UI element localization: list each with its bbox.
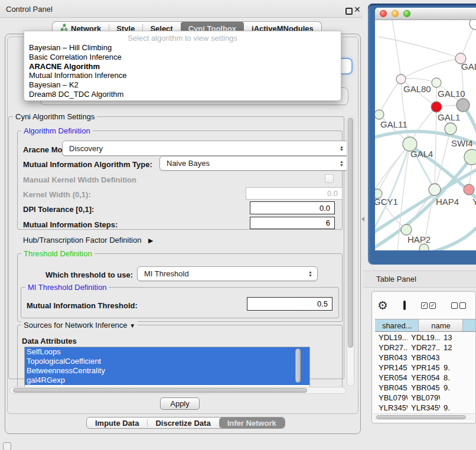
network-node-hap4[interactable]	[429, 184, 441, 195]
data-attribute-item[interactable]: SelfLoops	[25, 347, 309, 357]
which-threshold-combo[interactable]: MI Threshold ▲▼	[137, 266, 318, 281]
network-node-gal10[interactable]	[432, 78, 441, 87]
table-row[interactable]: YDR27...YDR27...12	[375, 343, 475, 353]
columns-icon[interactable]	[403, 301, 406, 310]
network-node-gal80[interactable]	[396, 74, 406, 84]
minimize-traffic-light-icon[interactable]	[392, 10, 399, 17]
table-cell[interactable]: YBR045C	[375, 383, 407, 393]
table-cell[interactable]: YDL19...	[375, 332, 407, 343]
network-edge[interactable]	[379, 79, 401, 115]
table-row[interactable]: YPR145WYPR145W9.	[375, 363, 475, 373]
table-row[interactable]: YBL079WYBL079W	[375, 393, 475, 403]
network-canvas[interactable]: GALGAL80GAL10GAL1GAL11SWI4GAL4GCY1HAP4YH…	[375, 20, 476, 250]
mi-steps-field[interactable]	[250, 217, 335, 229]
table-horizontal-scrollbar[interactable]	[373, 413, 474, 420]
network-edge[interactable]	[375, 144, 410, 194]
close-traffic-light-icon[interactable]	[380, 10, 387, 17]
table-cell[interactable]: YBL079W	[375, 393, 407, 403]
select-all-checkboxes-icon[interactable]: ✓✓	[421, 302, 436, 309]
dropdown-item[interactable]: Bayesian – K2	[24, 80, 341, 90]
sources-toggle[interactable]: Sources for Network Inference ▼	[21, 321, 138, 330]
settings-vertical-thumb[interactable]	[348, 118, 353, 348]
table-cell[interactable]: 9.	[440, 363, 475, 373]
table-row[interactable]: YLR345WYLR345W9.	[375, 403, 475, 413]
network-edge[interactable]	[435, 129, 451, 190]
mi-threshold-field[interactable]	[247, 297, 332, 311]
table-cell[interactable]: 13	[440, 332, 475, 343]
deselect-all-checkboxes-icon[interactable]	[451, 302, 466, 309]
hub-definition-toggle[interactable]: Hub/Transcription Factor Definition ▶	[23, 236, 153, 244]
network-edge[interactable]	[435, 107, 436, 190]
apply-button[interactable]: Apply	[160, 397, 200, 410]
network-node-gray[interactable]	[457, 99, 470, 112]
settings-vertical-scrollbar[interactable]	[347, 116, 354, 386]
dropdown-item[interactable]: Bayesian – Hill Climbing	[24, 43, 341, 53]
gear-icon[interactable]: ⚙	[377, 298, 388, 312]
network-edge[interactable]	[401, 79, 436, 83]
network-node-hap2[interactable]	[401, 224, 412, 235]
attributes-list-scrollbar[interactable]	[295, 348, 301, 383]
close-icon[interactable]: ✕	[354, 5, 361, 14]
dpi-tolerance-field[interactable]	[250, 201, 335, 214]
network-node-top[interactable]	[470, 20, 476, 30]
network-edge[interactable]	[431, 224, 476, 250]
table-cell[interactable]: YBR043C	[407, 353, 440, 363]
manual-kernel-checkbox[interactable]	[325, 174, 334, 183]
column-header-shared-name[interactable]: shared...	[375, 319, 419, 331]
mi-type-combo[interactable]: Naive Bayes ▲▼	[159, 156, 347, 171]
table-cell[interactable]: YBL079W	[407, 393, 440, 403]
table-cell[interactable]: YER054C	[407, 373, 440, 383]
dropdown-item[interactable]: ARACNE Algorithm	[24, 62, 341, 71]
settings-horizontal-scrollbar[interactable]	[9, 387, 346, 394]
table-body[interactable]: YDL19...YDL19...13YDR27...YDR27...12YBR0…	[375, 332, 475, 413]
table-cell[interactable]: YPR145W	[375, 363, 407, 373]
table-cell[interactable]: YDL19...	[407, 332, 440, 343]
network-node-swi4[interactable]	[445, 123, 457, 135]
network-node-bigg[interactable]	[464, 149, 476, 165]
table-cell[interactable]	[440, 393, 475, 403]
dropdown-item[interactable]: Mutual Information Inference	[24, 71, 341, 80]
table-row[interactable]: YBR045CYBR045C9.	[375, 383, 475, 393]
table-cell[interactable]: YPR145W	[407, 363, 440, 373]
table-row[interactable]: YER054CYER054C8.	[375, 373, 475, 383]
table-cell[interactable]: YBR045C	[407, 383, 440, 393]
table-cell[interactable]: 9.	[440, 383, 475, 393]
network-node-ynode[interactable]	[464, 184, 474, 195]
network-node-botg[interactable]	[419, 244, 429, 250]
table-cell[interactable]	[440, 353, 475, 363]
network-window-titlebar[interactable]	[375, 8, 476, 20]
settings-horizontal-thumb[interactable]	[13, 388, 307, 393]
column-header-a[interactable]: A	[463, 319, 476, 331]
table-cell[interactable]: YDR27...	[407, 343, 440, 353]
table-cell[interactable]: YLR345W	[375, 403, 407, 413]
table-cell[interactable]: 9.	[440, 403, 475, 413]
table-cell[interactable]: 8.	[440, 373, 475, 383]
tab-infer-network[interactable]: Infer Network	[219, 418, 285, 428]
tab-discretize-data[interactable]: Discretize Data	[147, 418, 219, 428]
splitter-collapse-icon[interactable]	[361, 217, 364, 221]
data-attribute-item[interactable]: gal4RGexp	[25, 376, 309, 385]
table-row[interactable]: YDL19...YDL19...13	[375, 332, 475, 343]
network-edge[interactable]	[401, 58, 461, 79]
network-graph[interactable]: GALGAL80GAL10GAL1GAL11SWI4GAL4GCY1HAP4YH…	[375, 20, 476, 250]
aracne-mode-combo[interactable]: Discovery ▲▼	[62, 141, 347, 156]
table-cell[interactable]: YLR345W	[407, 403, 440, 413]
table-row[interactable]: YBR043CYBR043C	[375, 353, 475, 363]
column-header-name[interactable]: name	[419, 319, 462, 331]
dock-panel-icon[interactable]	[3, 442, 11, 450]
tab-impute-data[interactable]: Impute Data	[87, 418, 147, 428]
table-cell[interactable]: 12	[440, 343, 475, 353]
dropdown-item[interactable]: Dream8 DC_TDC Algorithm	[24, 90, 341, 99]
network-edge[interactable]	[392, 20, 401, 79]
network-node-gal11[interactable]	[375, 110, 384, 119]
zoom-traffic-light-icon[interactable]	[403, 10, 410, 17]
network-node-gal1[interactable]	[431, 102, 442, 112]
table-horizontal-thumb[interactable]	[376, 415, 466, 419]
network-edge[interactable]	[379, 37, 461, 58]
data-attributes-list[interactable]: SelfLoopsTopologicalCoefficientBetweenne…	[24, 347, 310, 387]
table-cell[interactable]: YDR27...	[375, 343, 407, 353]
dropdown-item[interactable]: Basic Correlation Inference	[24, 53, 341, 62]
kernel-width-field[interactable]	[246, 187, 343, 200]
table-cell[interactable]: YER054C	[375, 373, 407, 383]
data-attribute-item[interactable]: TopologicalCoefficient	[25, 357, 309, 366]
